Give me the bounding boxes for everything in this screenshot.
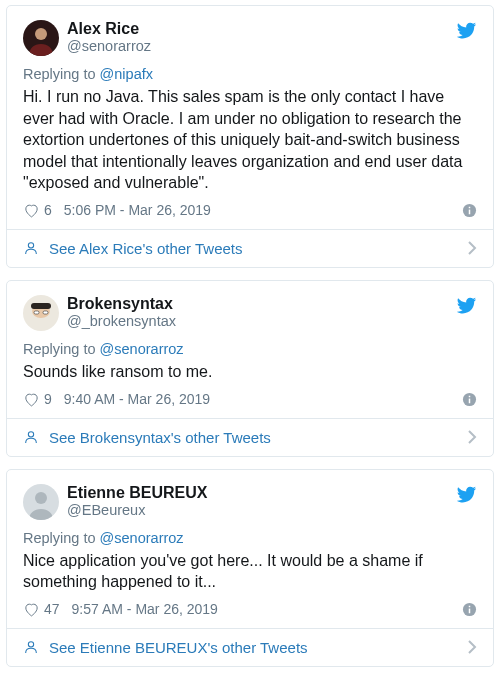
svg-point-20 [28, 642, 33, 647]
replying-to: Replying to @senorarroz [23, 341, 477, 357]
replying-prefix: Replying to [23, 530, 100, 546]
replying-prefix: Replying to [23, 66, 100, 82]
see-more-text: See Brokensyntax's other Tweets [49, 429, 271, 446]
replying-prefix: Replying to [23, 341, 100, 357]
see-more-text: See Etienne BEUREUX's other Tweets [49, 639, 308, 656]
screen-name: @_brokensyntax [67, 313, 448, 330]
chevron-right-icon [468, 640, 477, 654]
svg-point-5 [28, 243, 33, 248]
svg-rect-4 [469, 207, 471, 209]
replying-handle[interactable]: @senorarroz [100, 341, 184, 357]
like-button[interactable]: 9 [23, 391, 52, 408]
tweet-card: Etienne BEUREUX @EBeureux Replying to @s… [6, 469, 494, 667]
tweet-text: Hi. I run no Java. This sales spam is th… [23, 86, 477, 194]
info-button[interactable] [462, 203, 477, 218]
like-button[interactable]: 47 [23, 601, 60, 618]
svg-point-16 [35, 492, 47, 504]
avatar[interactable] [23, 20, 59, 56]
display-name: Brokensyntax [67, 295, 448, 313]
like-button[interactable]: 6 [23, 202, 52, 219]
svg-point-14 [28, 432, 33, 437]
tweet-meta: 6 5:06 PM - Mar 26, 2019 [23, 202, 477, 219]
tweet-header: Etienne BEUREUX @EBeureux [23, 484, 477, 520]
tweet-body: Etienne BEUREUX @EBeureux Replying to @s… [7, 470, 493, 628]
chevron-right-icon [468, 241, 477, 255]
heart-icon [23, 391, 40, 408]
replying-handle[interactable]: @senorarroz [100, 530, 184, 546]
svg-rect-13 [469, 395, 471, 397]
tweet-meta: 47 9:57 AM - Mar 26, 2019 [23, 601, 477, 618]
svg-rect-9 [34, 311, 39, 314]
person-icon [23, 429, 39, 445]
display-name: Etienne BEUREUX [67, 484, 448, 502]
see-more-text: See Alex Rice's other Tweets [49, 240, 243, 257]
like-count: 9 [44, 391, 52, 407]
tweet-body: Brokensyntax @_brokensyntax Replying to … [7, 281, 493, 418]
info-icon [462, 602, 477, 617]
like-count: 6 [44, 202, 52, 218]
svg-rect-12 [469, 398, 471, 403]
tweet-body: Alex Rice @senorarroz Replying to @nipaf… [7, 6, 493, 229]
svg-rect-3 [469, 210, 471, 215]
tweet-text: Sounds like ransom to me. [23, 361, 477, 383]
replying-handle[interactable]: @nipafx [100, 66, 153, 82]
twitter-logo-icon[interactable] [456, 295, 477, 316]
tweet-header: Alex Rice @senorarroz [23, 20, 477, 56]
tweet-card: Brokensyntax @_brokensyntax Replying to … [6, 280, 494, 457]
twitter-logo-icon[interactable] [456, 484, 477, 505]
replying-to: Replying to @nipafx [23, 66, 477, 82]
timestamp[interactable]: 5:06 PM - Mar 26, 2019 [64, 202, 211, 218]
avatar[interactable] [23, 484, 59, 520]
svg-point-1 [35, 28, 47, 40]
like-count: 47 [44, 601, 60, 617]
info-icon [462, 392, 477, 407]
svg-rect-8 [31, 303, 51, 309]
info-button[interactable] [462, 392, 477, 407]
see-more-link[interactable]: See Alex Rice's other Tweets [7, 229, 493, 267]
svg-rect-10 [43, 311, 48, 314]
person-icon [23, 639, 39, 655]
twitter-logo-icon[interactable] [456, 20, 477, 41]
person-icon [23, 240, 39, 256]
display-name: Alex Rice [67, 20, 448, 38]
see-more-link[interactable]: See Brokensyntax's other Tweets [7, 418, 493, 456]
tweet-card: Alex Rice @senorarroz Replying to @nipaf… [6, 5, 494, 268]
avatar[interactable] [23, 295, 59, 331]
heart-icon [23, 601, 40, 618]
tweet-meta: 9 9:40 AM - Mar 26, 2019 [23, 391, 477, 408]
screen-name: @senorarroz [67, 38, 448, 55]
user-names[interactable]: Alex Rice @senorarroz [67, 20, 448, 55]
timestamp[interactable]: 9:57 AM - Mar 26, 2019 [72, 601, 218, 617]
info-icon [462, 203, 477, 218]
info-button[interactable] [462, 602, 477, 617]
timestamp[interactable]: 9:40 AM - Mar 26, 2019 [64, 391, 210, 407]
svg-rect-19 [469, 606, 471, 608]
tweet-header: Brokensyntax @_brokensyntax [23, 295, 477, 331]
see-more-link[interactable]: See Etienne BEUREUX's other Tweets [7, 628, 493, 666]
tweet-text: Nice application you've got here... It w… [23, 550, 477, 593]
heart-icon [23, 202, 40, 219]
user-names[interactable]: Brokensyntax @_brokensyntax [67, 295, 448, 330]
svg-rect-18 [469, 608, 471, 613]
screen-name: @EBeureux [67, 502, 448, 519]
replying-to: Replying to @senorarroz [23, 530, 477, 546]
chevron-right-icon [468, 430, 477, 444]
user-names[interactable]: Etienne BEUREUX @EBeureux [67, 484, 448, 519]
